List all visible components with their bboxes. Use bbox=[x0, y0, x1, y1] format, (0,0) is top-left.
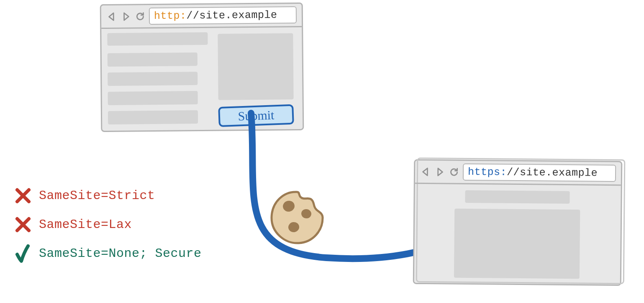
forward-icon bbox=[121, 11, 131, 22]
reload-icon bbox=[449, 166, 459, 177]
content-placeholder bbox=[108, 110, 198, 124]
legend-label: SameSite=Lax bbox=[39, 218, 132, 232]
content-placeholder bbox=[108, 72, 198, 86]
content-placeholder bbox=[107, 32, 208, 46]
browser-toolbar: https://site.example bbox=[415, 161, 621, 186]
browser-viewport bbox=[414, 184, 621, 285]
browser-toolbar: http://site.example bbox=[101, 4, 302, 29]
check-icon bbox=[15, 244, 31, 263]
legend-item: SameSite=Lax bbox=[15, 215, 202, 234]
content-placeholder bbox=[218, 33, 293, 100]
content-placeholder bbox=[465, 190, 570, 204]
url-scheme: https: bbox=[468, 166, 507, 179]
url-scheme: http: bbox=[154, 10, 187, 22]
url-host: //site.example bbox=[507, 166, 598, 179]
legend-label: SameSite=Strict bbox=[39, 189, 155, 203]
address-bar: http://site.example bbox=[149, 6, 297, 25]
cross-icon bbox=[15, 186, 31, 205]
cross-icon bbox=[15, 215, 31, 234]
content-placeholder bbox=[454, 209, 580, 279]
address-bar: https://site.example bbox=[463, 163, 616, 182]
legend-item: SameSite=Strict bbox=[15, 186, 202, 205]
legend-item: SameSite=None; Secure bbox=[15, 244, 202, 263]
back-icon bbox=[420, 166, 431, 177]
legend-label: SameSite=None; Secure bbox=[39, 246, 202, 261]
content-placeholder bbox=[108, 91, 198, 105]
back-icon bbox=[106, 11, 117, 22]
cookie-icon bbox=[268, 189, 326, 247]
url-host: //site.example bbox=[186, 9, 277, 22]
browser-window-target: https://site.example bbox=[413, 159, 623, 286]
samesite-legend: SameSite=Strict SameSite=Lax SameSite=No… bbox=[15, 186, 202, 273]
content-placeholder bbox=[108, 52, 198, 67]
reload-icon bbox=[135, 11, 146, 22]
forward-icon bbox=[434, 166, 445, 177]
